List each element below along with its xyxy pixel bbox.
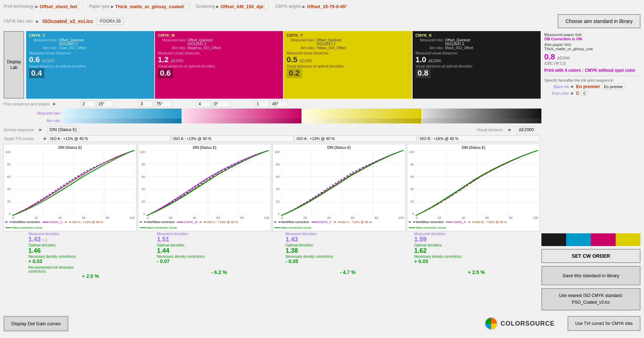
logo-text: COLORSOURCE — [500, 320, 554, 327]
density-response-select[interactable]: DIN (Status E) — [48, 126, 79, 133]
right-info-panel: Measured paper tint: OB Correction is ON… — [541, 31, 640, 99]
save-standard-button[interactable]: Save this standard in library — [541, 266, 640, 286]
magenta-dist-unit: ΔE2000 — [171, 59, 184, 63]
tvi-select-1[interactable]: ISO A : +13% @ 40 % — [48, 135, 170, 142]
top-bar: Print technology ▶ Offset_sheet_fed Pape… — [0, 0, 644, 13]
cmyk-aims-label: CMYK inks aim — [4, 19, 33, 24]
black-dist-unit: ΔE2000 — [429, 59, 441, 63]
cyan-x-axis: 020406080100 — [5, 216, 135, 220]
visual-dist-label: Visual distance — [477, 128, 503, 132]
seq3-num-select[interactable]: 4 — [197, 101, 211, 107]
yellow-measured-dist: 0.5 — [287, 55, 298, 64]
bottom-bar: Display Dot Gain curves COLORSOURCE Use … — [0, 313, 644, 334]
magenta-x-axis: 020406080100 — [140, 216, 269, 220]
ob-correction-status: OB Correction is ON — [544, 37, 638, 41]
legend-cmyk-c: CMYK_C — [42, 220, 63, 224]
magenta-ink-card: CMYK_M Measured inks: Offset_QuicksetISO… — [155, 31, 283, 99]
print-tech-value: Offset_sheet_fed — [40, 4, 77, 9]
seq1-num-select[interactable]: 2 — [81, 101, 95, 107]
sequence-spec-label: Specify hereafter the ink print sequence… — [544, 78, 638, 82]
yellow-measured-dist-label: Measured visual distances: — [287, 51, 409, 55]
black-chart-area — [415, 150, 538, 216]
print-tech-label: Print technology — [4, 4, 34, 9]
seq2-num-select[interactable]: 3 — [139, 101, 153, 107]
aim-paper-label: Aim paper tint: — [544, 42, 638, 47]
cmyk-angles-value: Offset_15-75-0-45° — [307, 4, 347, 9]
seq4-angle-select[interactable]: 45° — [270, 101, 288, 107]
cyan-chart-container: DIN (Status E) 100806040200 — [4, 144, 137, 231]
first-color-select[interactable]: C — [581, 91, 588, 96]
display-lab-container: Display Lab — [4, 31, 24, 99]
cyan-ink-card: CMYK_C Measured inks: Offset_QuicksetISO… — [26, 31, 154, 99]
print-seq-label: Print sequence and angles — [4, 102, 50, 106]
charts-section: DIN (Status E) 100806040200 — [4, 144, 640, 231]
black-measured-label: Measured inks: — [415, 38, 444, 42]
aim-inks-swatch-label: Aim inks: — [25, 118, 61, 123]
magenta-y-axis: 100806040200 — [140, 150, 145, 216]
legend-new-corr-cyan: New correction curve — [5, 226, 42, 229]
choose-aim-button[interactable]: Choose aim standard in library — [558, 14, 640, 28]
paper-type-select[interactable] — [185, 3, 189, 10]
cyan-y-axis: 100806040200 — [5, 150, 11, 216]
set-cw-order-button[interactable]: SET CW ORDER — [541, 249, 640, 263]
tvi-label: Target TVI curves — [4, 136, 42, 141]
cyan-aim-swatch — [62, 118, 182, 123]
display-lab-button[interactable]: Display Lab — [4, 31, 24, 99]
ink-swatches-section: Measured inks: Aim inks: — [25, 109, 640, 123]
yellow-aim-value: Yellow_ISO_Offset — [316, 46, 346, 50]
legend-workflow-cyan: Workflow correction — [5, 220, 40, 224]
black-optimal-dist: 0.8 — [418, 69, 429, 77]
arrow-icon3: ▶ — [216, 5, 219, 8]
yellow-ink-card: CMYK_Y Measured inks: Offset_QuicksetISO… — [284, 31, 412, 99]
yellow-chart-container: DIN (Status E) 100806040200 — [272, 144, 406, 231]
magenta-chart-title: DIN (Status E) — [140, 146, 269, 150]
black-measured-dist-label: Measured visual distances: — [415, 51, 538, 55]
first-color-label: First color — [544, 91, 569, 95]
cyan-aim-label: Aim inks: — [29, 46, 57, 50]
visual-dist-select[interactable]: ΔE2000 — [517, 126, 536, 133]
yellow-density-values: Measured densities: 1.43 Optimal densiti… — [284, 232, 412, 310]
black-chart-container: DIN (Status E) 100806040200 — [407, 144, 540, 231]
fogra-badge: FOGRA 39 — [97, 18, 124, 25]
magenta-aim-label: Aim inks: — [158, 46, 186, 50]
tvi-curves-row: Target TVI curves ▶ ISO A : +13% @ 40 % … — [4, 135, 640, 142]
use-nearest-button[interactable]: Use nearest ISO CMYK standard: PSO_Coate… — [541, 288, 640, 310]
black-y-axis: 100806040200 — [409, 150, 414, 216]
cmyk-aims-row: CMYK inks aim ▶ ISOcoated_v2_eci.icc FOG… — [0, 13, 644, 30]
tvi-select-4[interactable]: ISO B : +16% @ 40 % — [418, 135, 540, 142]
yellow-dist-unit: ΔE2000 — [300, 59, 312, 63]
magenta-device-name: CMYK_M — [158, 33, 280, 37]
screening-value: Offset_AM_150_dpi — [220, 4, 263, 9]
use-tvi-button[interactable]: Use TVI curve1 for CMYK inks — [568, 316, 641, 331]
screening-select[interactable] — [265, 3, 268, 10]
print-tech-select[interactable] — [79, 3, 82, 10]
seq2-angle-select[interactable]: 75° — [154, 101, 172, 107]
screening-item: Screening ▶ Offset_AM_150_dpi — [196, 3, 268, 10]
seq4-num-select[interactable]: 1 — [255, 101, 269, 107]
yellow-aim-swatch — [302, 118, 421, 123]
swatch-magenta — [591, 233, 616, 246]
black-ink-select[interactable]: En premier — [602, 84, 625, 89]
seq3-angle-select[interactable]: 0° — [212, 101, 230, 107]
black-measured-swatch — [422, 109, 541, 118]
print-colors-info: Print with 4 colors : CMYK without spot … — [544, 68, 638, 74]
seq1-angle-select[interactable]: 15° — [96, 101, 114, 107]
yellow-chart-legend: Workflow correction CMYK_Y ISO A : +13% … — [274, 220, 404, 229]
density-values-overlay: Measured densities: 1.43 1.2 Optimal den… — [0, 232, 644, 310]
cyan-measured-label: Measured inks: — [29, 38, 57, 42]
arrow-icon: ▶ — [35, 5, 38, 8]
magenta-measured-label: Measured inks: — [158, 38, 186, 42]
tvi-select-3[interactable]: ISO A : +13% @ 40 % — [295, 135, 417, 142]
paper-tint-label: Measured paper tint: — [544, 33, 638, 37]
cmyk-angles-item: CMYK angles ▶ Offset_15-75-0-45° — [275, 4, 347, 9]
display-dot-gain-button[interactable]: Display Dot Gain curves — [4, 316, 68, 331]
tvi-select-2[interactable]: ISO A : +13% @ 40 % — [172, 135, 294, 142]
cyan-measured-dist: 0.6 — [29, 55, 40, 64]
magenta-optimal-dist: 0.6 — [160, 69, 171, 77]
right-spacer — [541, 144, 640, 231]
magenta-measured-dist: 1.2 — [158, 55, 169, 64]
magenta-measured-swatch — [182, 109, 301, 118]
cyan-aim-value: Cyan_ISO_Offset — [59, 46, 86, 50]
black-aim-swatch — [422, 118, 541, 123]
cyan-chart-title: DIN (Status E) — [5, 146, 135, 150]
